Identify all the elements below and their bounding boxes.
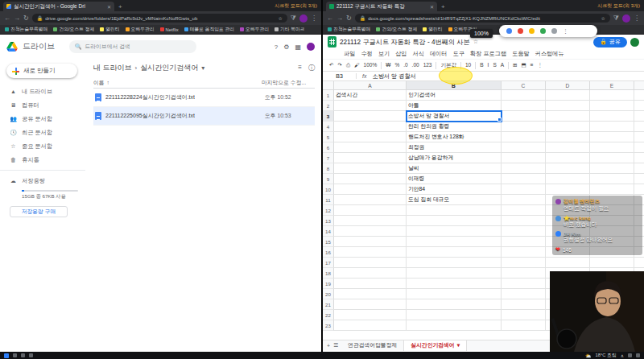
cell-B2[interactable]: 아들: [407, 101, 502, 111]
sidebar-item[interactable]: 🖥 컴퓨터: [0, 98, 85, 112]
row-header-15[interactable]: 15: [323, 237, 334, 247]
cell-A15[interactable]: [334, 237, 407, 247]
cell-F2[interactable]: [634, 101, 644, 111]
merge-cells-icon[interactable]: ⬒: [522, 63, 526, 68]
cell-B21[interactable]: [407, 299, 502, 310]
cell-C11[interactable]: [502, 195, 546, 205]
share-button[interactable]: 🔒 공유: [593, 37, 627, 47]
taskbar-app-icon[interactable]: [29, 353, 33, 357]
cell-A14[interactable]: [334, 226, 407, 237]
cell-F6[interactable]: [634, 142, 644, 153]
number-format-select[interactable]: 123: [423, 63, 432, 68]
cell-F3[interactable]: [634, 111, 644, 122]
bookmark-item[interactable]: 건의/오스트 정제: [53, 26, 94, 33]
zoom-select[interactable]: 100%: [364, 63, 378, 68]
cell-B5[interactable]: 핸드처진 변호사 128화: [407, 132, 502, 142]
row-header-16[interactable]: 16: [323, 247, 334, 258]
cell-B6[interactable]: 최정원: [407, 142, 502, 153]
extension-icon[interactable]: [540, 28, 546, 34]
cell-E4[interactable]: [590, 122, 634, 132]
cell-A11[interactable]: [334, 195, 407, 205]
cell-A13[interactable]: [334, 216, 407, 226]
popup-menu-icon[interactable]: ⋮: [563, 28, 568, 35]
row-header-4[interactable]: 4: [323, 122, 334, 132]
cell-E2[interactable]: [590, 101, 634, 111]
strikethrough-icon[interactable]: S: [493, 63, 496, 68]
cell-C13[interactable]: [502, 216, 546, 226]
cell-A2[interactable]: [334, 101, 407, 111]
cell-E17[interactable]: [590, 258, 634, 268]
cell-B18[interactable]: [407, 268, 502, 279]
row-header-18[interactable]: 18: [323, 268, 334, 279]
row-header-2[interactable]: 2: [323, 101, 334, 111]
cell-C22[interactable]: [502, 310, 546, 320]
new-tab-button[interactable]: +: [118, 3, 122, 10]
cell-E5[interactable]: [590, 132, 634, 142]
cell-A17[interactable]: [334, 258, 407, 268]
new-tab-button[interactable]: +: [441, 3, 445, 10]
cell-B14[interactable]: [407, 226, 502, 237]
browser-avatar[interactable]: [622, 14, 630, 23]
formula-input[interactable]: 소방서 앞 경찰서: [372, 72, 415, 80]
row-header-9[interactable]: 9: [323, 174, 334, 184]
cell-D17[interactable]: [546, 258, 590, 268]
cell-D8[interactable]: [546, 163, 590, 174]
help-icon[interactable]: ?: [275, 43, 278, 51]
tray-icon[interactable]: [628, 353, 632, 357]
address-bar[interactable]: 🔒 drive.google.com/drive/folders/1EjdPaR…: [32, 14, 287, 23]
cell-A20[interactable]: [334, 289, 407, 299]
cell-D9[interactable]: [546, 174, 590, 184]
cell-B7[interactable]: 삼남매가 용감하게: [407, 153, 502, 163]
select-all-corner[interactable]: [323, 81, 334, 89]
cell-A3[interactable]: [334, 111, 407, 122]
cell-B17[interactable]: [407, 258, 502, 268]
cell-B15[interactable]: [407, 237, 502, 247]
gear-icon[interactable]: ⚙: [283, 43, 289, 51]
weather-text[interactable]: 18°C 흐림: [596, 352, 617, 359]
sheet-tab[interactable]: 연관검색어답볼정제 ▾: [341, 340, 403, 351]
cell-C12[interactable]: [502, 205, 546, 216]
sidebar-item[interactable]: 👥 공유 문서함: [0, 112, 85, 126]
bookmark-item[interactable]: 진척논술부록별매: [5, 26, 47, 33]
cell-B20[interactable]: [407, 289, 502, 299]
name-box[interactable]: B3: [323, 73, 357, 79]
menu-item[interactable]: 보기: [378, 50, 390, 58]
paint-format-icon[interactable]: 🖌: [354, 63, 360, 68]
menu-item[interactable]: 수정: [361, 50, 372, 58]
cell-A18[interactable]: [334, 268, 407, 279]
file-row[interactable]: 221112225095실시간인기검색어.txt 오후 10:53: [93, 107, 315, 126]
bookmark-item[interactable]: 오빠두관리: [126, 26, 155, 33]
undo-icon[interactable]: ↶: [329, 63, 333, 68]
address-bar[interactable]: 🔒 docs.google.com/spreadsheets/d/1HR9TqZ…: [355, 14, 610, 23]
tray-icon[interactable]: [636, 353, 640, 357]
cell-F8[interactable]: [634, 163, 644, 174]
decrease-decimal-icon[interactable]: .0: [403, 63, 407, 68]
forward-icon[interactable]: →: [14, 15, 20, 22]
column-header-F[interactable]: F: [634, 81, 644, 89]
bookmark-item[interactable]: 열린티: [423, 26, 442, 33]
cell-E7[interactable]: [590, 153, 634, 163]
cell-C9[interactable]: [502, 174, 546, 184]
row-header-20[interactable]: 20: [323, 289, 334, 299]
bookmark-item[interactable]: 테블로 움직임표 관리: [184, 26, 234, 33]
breadcrumb-root[interactable]: 내 드라이브: [93, 63, 132, 73]
cell-A22[interactable]: [334, 310, 407, 320]
cell-C17[interactable]: [502, 258, 546, 268]
cell-A1[interactable]: 검색시간: [334, 90, 407, 101]
row-header-23[interactable]: 23: [323, 320, 334, 331]
row-header-21[interactable]: 21: [323, 299, 334, 310]
drive-search-input[interactable]: 🔍 드라이브에서 검색: [69, 40, 196, 53]
cell-B12[interactable]: [407, 205, 502, 216]
row-header-13[interactable]: 13: [323, 216, 334, 226]
bookmark-star-icon[interactable]: ☆: [601, 15, 605, 21]
column-header-D[interactable]: D: [546, 81, 590, 89]
cell-C8[interactable]: [502, 163, 546, 174]
row-header-10[interactable]: 10: [323, 184, 334, 195]
row-header-14[interactable]: 14: [323, 226, 334, 237]
cell-D10[interactable]: [546, 184, 590, 195]
sidebar-item[interactable]: ▲ 내 드라이브: [0, 85, 85, 98]
sidebar-item[interactable]: 🗑 휴지통: [0, 153, 85, 167]
taskbar-app-icon[interactable]: [21, 353, 25, 357]
bookmark-item[interactable]: 열린티: [100, 26, 119, 33]
row-header-19[interactable]: 19: [323, 279, 334, 289]
